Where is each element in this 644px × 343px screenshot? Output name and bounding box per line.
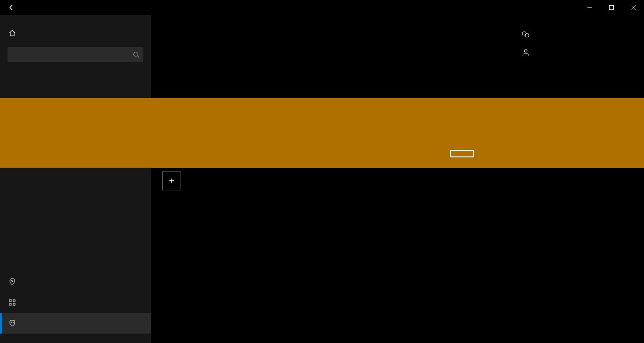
sidebar-section-title	[0, 70, 151, 81]
main-content: +	[151, 15, 644, 343]
error-banner	[0, 98, 644, 168]
insider-icon	[8, 319, 17, 327]
developer-icon	[8, 299, 17, 306]
window-controls	[579, 0, 644, 15]
right-links	[521, 30, 625, 66]
svg-rect-6	[13, 303, 15, 305]
home-icon	[8, 29, 17, 37]
error-message	[170, 121, 443, 134]
plus-icon: +	[169, 176, 174, 187]
svg-point-2	[12, 280, 13, 282]
help-icon	[521, 30, 530, 39]
search-input[interactable]	[8, 47, 143, 62]
svg-rect-3	[9, 300, 11, 302]
feedback-icon	[521, 48, 530, 57]
search-icon	[133, 51, 140, 58]
svg-rect-0	[610, 6, 614, 10]
sidebar-item-insider[interactable]	[0, 313, 151, 334]
feedback-link[interactable]	[521, 48, 625, 57]
sidebar	[0, 15, 151, 343]
svg-rect-4	[13, 300, 15, 302]
sidebar-item-find-device[interactable]	[0, 271, 151, 292]
svg-rect-5	[9, 303, 11, 305]
link-account-button[interactable]: +	[162, 172, 181, 190]
svg-point-8	[13, 322, 14, 323]
svg-point-9	[522, 32, 526, 35]
svg-point-1	[134, 52, 138, 57]
svg-point-10	[525, 33, 529, 37]
close-button[interactable]	[622, 0, 644, 15]
svg-point-11	[524, 49, 527, 52]
error-close-button[interactable]	[450, 150, 474, 157]
minimize-button[interactable]	[579, 0, 601, 15]
home-nav[interactable]	[0, 23, 151, 43]
sidebar-item-developers[interactable]	[0, 292, 151, 313]
titlebar	[0, 0, 644, 15]
location-icon	[8, 278, 17, 286]
svg-point-7	[11, 322, 12, 323]
get-help-link[interactable]	[521, 30, 625, 39]
maximize-button[interactable]	[601, 0, 622, 15]
back-button[interactable]	[0, 0, 23, 15]
